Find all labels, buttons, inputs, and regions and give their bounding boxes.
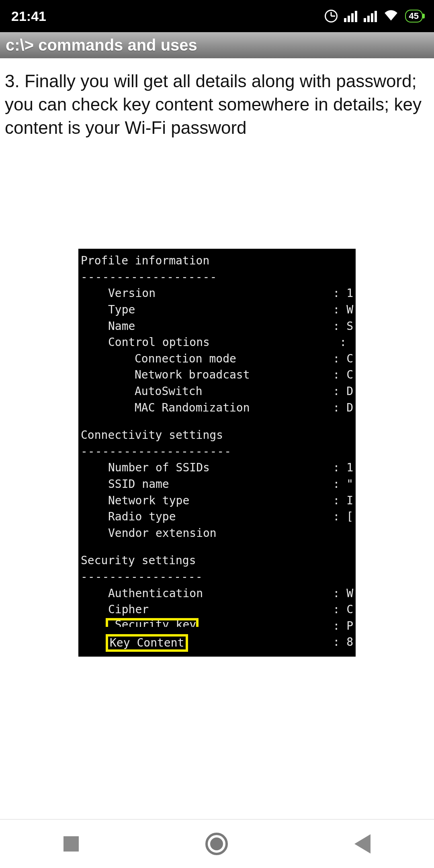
- terminal-value: : 8: [333, 634, 356, 652]
- terminal-output: Profile information-------------------Ve…: [78, 249, 356, 657]
- terminal-value: [353, 525, 356, 542]
- terminal-value: : 1: [333, 285, 356, 302]
- back-button[interactable]: [354, 834, 371, 854]
- terminal-label: Name: [78, 318, 135, 335]
- terminal-value: : D: [333, 400, 356, 416]
- terminal-row: Cipher: C: [78, 602, 356, 618]
- app-title: c:\> commands and uses: [6, 36, 197, 54]
- terminal-row: Security key: P: [78, 618, 356, 635]
- terminal-label: SSID name: [78, 476, 169, 493]
- battery-icon: 45: [405, 10, 423, 23]
- terminal-value: : D: [333, 383, 356, 400]
- terminal-label: Version: [78, 285, 156, 302]
- terminal-row: Vendor extension: [78, 525, 356, 542]
- highlight-key-content: Key Content: [106, 634, 188, 652]
- terminal-value: : C: [333, 351, 356, 367]
- terminal-dashes: -------------------: [78, 269, 356, 286]
- terminal-label: Type: [78, 302, 135, 318]
- terminal-dashes: ---------------------: [78, 444, 356, 460]
- terminal-label: Authentication: [78, 585, 203, 602]
- signal-2-icon: [364, 10, 377, 22]
- terminal-label: Vendor extension: [78, 525, 217, 542]
- terminal-value: : P: [333, 618, 356, 635]
- terminal-row: Version: 1: [78, 285, 356, 302]
- alarm-icon: [325, 10, 338, 23]
- terminal-value: : S: [333, 318, 356, 335]
- terminal-value: : W: [333, 302, 356, 318]
- terminal-section-heading: Security settings: [78, 553, 356, 569]
- terminal-value: : 1: [333, 460, 356, 476]
- terminal-label: Control options: [78, 334, 210, 351]
- terminal-value: : C: [333, 367, 356, 383]
- terminal-row: MAC Randomization: D: [78, 400, 356, 416]
- terminal-label: Number of SSIDs: [78, 460, 210, 476]
- terminal-label: Network broadcast: [78, 367, 250, 383]
- terminal-row: Key Content: 8: [78, 634, 356, 652]
- terminal-dashes: -----------------: [78, 569, 356, 585]
- terminal-section-heading: Profile information: [78, 253, 356, 269]
- terminal-row: Radio type: [: [78, 509, 356, 525]
- terminal-row: Type: W: [78, 302, 356, 318]
- terminal-row: Authentication: W: [78, 585, 356, 602]
- navigation-bar: [0, 820, 434, 868]
- signal-1-icon: [344, 10, 357, 22]
- terminal-label: Radio type: [78, 509, 176, 525]
- terminal-section-heading: Connectivity settings: [78, 427, 356, 444]
- terminal-value: : W: [333, 585, 356, 602]
- recents-button[interactable]: [63, 836, 79, 852]
- terminal-row: Network type: I: [78, 493, 356, 509]
- terminal-label: MAC Randomization: [78, 400, 250, 416]
- terminal-row: Number of SSIDs: 1: [78, 460, 356, 476]
- status-icons: 45: [325, 8, 423, 24]
- wifi-icon: [383, 8, 399, 24]
- clock: 21:41: [11, 8, 46, 24]
- step-text: 3. Finally you will get all details alon…: [5, 71, 422, 137]
- battery-level: 45: [409, 11, 419, 21]
- terminal-row: Network broadcast: C: [78, 367, 356, 383]
- terminal-value: : [: [333, 509, 356, 525]
- terminal-label: AutoSwitch: [78, 383, 203, 400]
- article-body: 3. Finally you will get all details alon…: [0, 58, 434, 144]
- terminal-value: : C: [333, 602, 356, 618]
- app-title-bar: c:\> commands and uses: [0, 32, 434, 58]
- terminal-row: Connection mode: C: [78, 351, 356, 367]
- terminal-row: SSID name: ": [78, 476, 356, 493]
- terminal-label: Network type: [78, 493, 189, 509]
- home-button[interactable]: [205, 833, 228, 855]
- terminal-label: Cipher: [78, 602, 149, 618]
- terminal-row: Control options:: [78, 334, 356, 351]
- terminal-value: :: [340, 334, 356, 351]
- status-bar: 21:41 45: [0, 0, 434, 32]
- terminal-row: Name: S: [78, 318, 356, 335]
- terminal-row: AutoSwitch: D: [78, 383, 356, 400]
- terminal-label: Connection mode: [78, 351, 236, 367]
- terminal-value: : I: [333, 493, 356, 509]
- terminal-label: Security key: [106, 618, 199, 627]
- terminal-value: : ": [333, 476, 356, 493]
